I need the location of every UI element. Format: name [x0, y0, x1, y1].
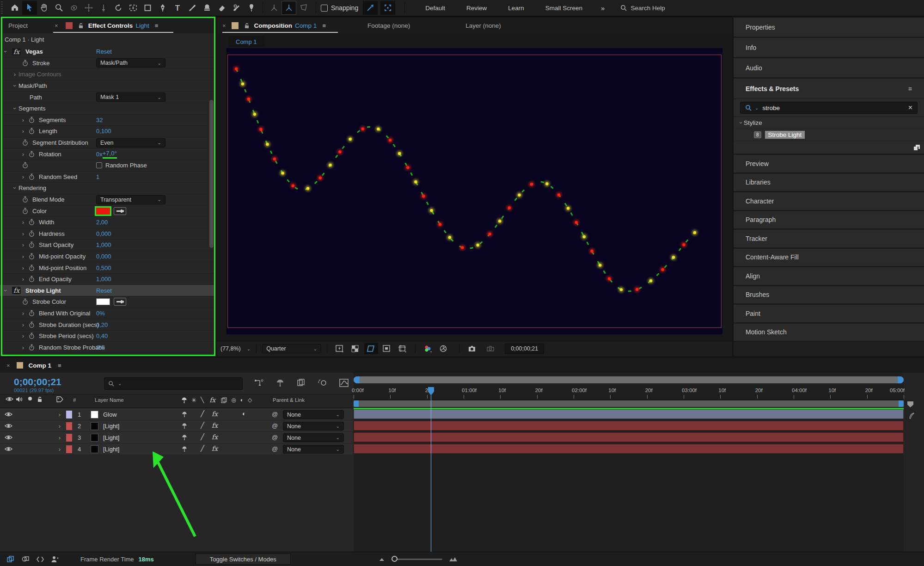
magnification-dropdown[interactable]: (77,8%)⌄	[220, 345, 251, 352]
stopwatch-icon[interactable]	[29, 219, 35, 226]
home-tool-icon[interactable]	[7, 1, 22, 15]
help-search[interactable]: Search Help	[620, 5, 665, 12]
stopwatch-icon[interactable]	[22, 139, 28, 146]
value-number[interactable]: 0,000	[96, 230, 111, 237]
timeline-tab-label[interactable]: Comp 1	[29, 362, 52, 369]
workspace-overflow[interactable]: »	[601, 4, 605, 12]
property-value[interactable]: 0,100	[96, 128, 111, 135]
value-number[interactable]: 2,00	[96, 219, 108, 226]
twirl-icon[interactable]: ›	[20, 128, 26, 135]
value-number[interactable]: 0,40	[96, 332, 108, 339]
resolution-dropdown[interactable]: Quarter⌄	[262, 344, 321, 353]
stopwatch-icon[interactable]	[29, 332, 35, 339]
property-value[interactable]: 1,000	[96, 276, 111, 283]
property-value[interactable]: 0,500	[96, 265, 111, 271]
property-value[interactable]	[96, 298, 126, 306]
playhead-line[interactable]	[431, 388, 432, 566]
twirl-icon[interactable]: ›	[20, 151, 26, 158]
stopwatch-wrap[interactable]	[29, 241, 35, 248]
stopwatch-icon[interactable]	[29, 151, 35, 158]
axis-local-icon[interactable]	[267, 1, 281, 15]
axis-world-icon[interactable]	[281, 1, 296, 15]
camera-tool-icon[interactable]	[126, 1, 141, 15]
layer-name[interactable]: [Light]	[103, 446, 119, 453]
panel-menu-icon[interactable]: ≡	[322, 22, 326, 29]
zoom-out-mountain-icon[interactable]	[379, 557, 385, 561]
layer-name[interactable]: [Light]	[103, 434, 119, 441]
stopwatch-icon[interactable]	[29, 265, 35, 271]
label-column-icon[interactable]	[56, 396, 63, 402]
timeline-label-swatch[interactable]	[17, 362, 23, 369]
zoom-in-mountains-icon[interactable]	[449, 556, 458, 562]
property-value[interactable]: 2,00	[96, 219, 108, 226]
parent-pickwhip-icon[interactable]: @	[272, 445, 278, 452]
toggle-switches-modes-button[interactable]: Toggle Switches / Modes	[196, 554, 291, 565]
property-value[interactable]: 3%	[96, 344, 105, 351]
value-number[interactable]: 1,000	[96, 276, 111, 283]
dock-panel-tab-motion-sketch[interactable]: Motion Sketch	[734, 324, 924, 343]
frame-blend-column-icon[interactable]	[221, 397, 227, 403]
effect-name[interactable]: Strobe Light	[25, 287, 61, 294]
property-value[interactable]: Mask 1⌄	[96, 92, 165, 102]
threed-column-icon[interactable]: ◇	[248, 397, 252, 403]
time-ruler[interactable]: 0:00f10f20f01:00f10f20f02:00f10f20f03:00…	[354, 387, 904, 400]
lock-icon[interactable]	[78, 23, 84, 29]
twirl-icon[interactable]: ›	[20, 230, 26, 237]
twirl-icon[interactable]: ›	[12, 83, 18, 89]
value-number[interactable]: 0%	[96, 310, 105, 317]
layer-fx-switch[interactable]: fx	[210, 410, 219, 418]
layer-quality-switch[interactable]: ╱	[201, 410, 204, 417]
shape-tool-icon[interactable]	[141, 1, 155, 15]
property-value[interactable]	[96, 207, 126, 215]
timeline-tab-close-icon[interactable]: ×	[6, 362, 10, 369]
tab-footage[interactable]: Footage (none)	[367, 22, 410, 29]
work-area-bar[interactable]	[354, 400, 904, 407]
timeline-ruler-area[interactable]: 0:00f10f20f01:00f10f20f02:00f10f20f03:00…	[354, 373, 904, 566]
work-area-end-handle[interactable]	[899, 400, 904, 407]
lock-icon[interactable]	[244, 23, 250, 29]
twirl-icon[interactable]: ›	[57, 434, 62, 441]
stopwatch-wrap[interactable]	[29, 310, 35, 317]
twirl-icon[interactable]: ›	[2, 288, 9, 293]
dolly-camera-tool-icon[interactable]	[96, 1, 111, 15]
layer-quality-switch[interactable]: ╱	[201, 422, 204, 429]
mask-visibility-icon[interactable]	[364, 343, 378, 354]
parent-pickwhip-icon[interactable]: @	[272, 411, 278, 418]
brush-tool-icon[interactable]	[185, 1, 200, 15]
value-number[interactable]: 1	[96, 173, 99, 180]
layer-row-2[interactable]: ›2[Light]╱fx@None⌄	[0, 420, 353, 432]
workspace-tab-learn[interactable]: Learn	[508, 5, 524, 12]
dock-panel-tab-libraries[interactable]: Libraries	[734, 174, 924, 193]
shy-layers-icon[interactable]	[273, 376, 287, 389]
zoom-tool-icon[interactable]	[52, 1, 67, 15]
panel-grip[interactable]	[1, 1, 7, 14]
render-settings-icon[interactable]	[21, 555, 30, 563]
stopwatch-wrap[interactable]	[29, 230, 35, 237]
dock-panel-tab-info[interactable]: Info	[734, 38, 924, 58]
channel-color-management-icon[interactable]	[421, 343, 435, 354]
nav-scrollbar-right-cap[interactable]	[898, 376, 904, 383]
twirl-icon[interactable]: ›	[20, 321, 26, 328]
stopwatch-wrap[interactable]	[29, 151, 35, 158]
puppet-pin-tool-icon[interactable]	[244, 1, 259, 15]
twirl-icon[interactable]: ›	[57, 446, 62, 453]
stopwatch-wrap[interactable]	[29, 344, 35, 351]
rotation-tool-icon[interactable]	[111, 1, 126, 15]
eye-icon[interactable]	[6, 396, 13, 402]
stopwatch-icon[interactable]	[22, 162, 28, 169]
layer-name[interactable]: [Light]	[103, 423, 119, 430]
property-value[interactable]: 0x+7,0°	[96, 150, 117, 159]
value-number[interactable]: 0,100	[96, 128, 111, 135]
value-number[interactable]: 0,20	[96, 321, 108, 328]
transparency-grid-icon[interactable]	[349, 343, 362, 354]
stopwatch-icon[interactable]	[29, 253, 35, 260]
dock-panel-tab-tracker[interactable]: Tracker	[734, 230, 924, 249]
composition-viewport[interactable]	[226, 48, 722, 334]
parent-pickwhip-icon[interactable]: @	[272, 422, 278, 429]
effects-column-icon[interactable]: fx	[208, 396, 217, 404]
effects-result-strobe-light[interactable]: 8Strobe Light	[734, 129, 924, 141]
stopwatch-wrap[interactable]	[22, 208, 28, 215]
property-value[interactable]: 1	[96, 173, 99, 180]
twirl-icon[interactable]: ›	[20, 219, 26, 226]
work-area-start-handle[interactable]	[354, 400, 359, 407]
